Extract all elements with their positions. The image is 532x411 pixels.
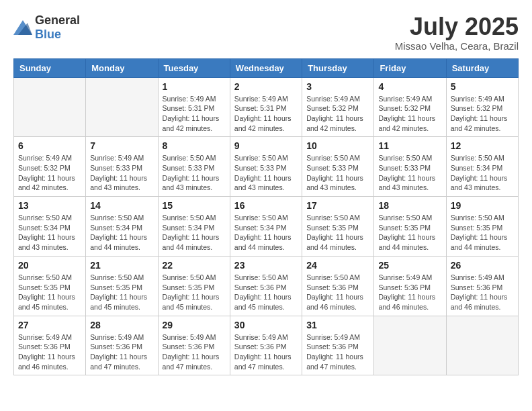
- day-detail: Sunrise: 5:50 AMSunset: 5:35 PMDaylight:…: [306, 213, 369, 253]
- day-number: 1: [163, 81, 226, 92]
- calendar-cell: 16Sunrise: 5:50 AMSunset: 5:34 PMDayligh…: [230, 197, 302, 257]
- day-number: 13: [18, 200, 81, 211]
- calendar-cell: [446, 316, 518, 375]
- weekday-header: Wednesday: [230, 58, 302, 77]
- day-number: 29: [163, 320, 226, 330]
- calendar-cell: 8Sunrise: 5:50 AMSunset: 5:33 PMDaylight…: [158, 137, 230, 197]
- day-number: 4: [378, 81, 441, 92]
- day-detail: Sunrise: 5:50 AMSunset: 5:35 PMDaylight:…: [451, 213, 514, 253]
- calendar-cell: 13Sunrise: 5:50 AMSunset: 5:34 PMDayligh…: [14, 197, 86, 257]
- day-number: 7: [90, 140, 153, 151]
- day-number: 12: [451, 140, 514, 151]
- calendar-cell: 24Sunrise: 5:50 AMSunset: 5:36 PMDayligh…: [302, 256, 374, 316]
- day-number: 28: [90, 320, 153, 330]
- day-number: 24: [306, 260, 369, 271]
- day-number: 20: [18, 260, 81, 271]
- weekday-header: Friday: [374, 58, 446, 77]
- calendar-cell: 29Sunrise: 5:49 AMSunset: 5:36 PMDayligh…: [158, 316, 230, 375]
- day-detail: Sunrise: 5:50 AMSunset: 5:33 PMDaylight:…: [234, 153, 298, 193]
- day-number: 30: [234, 320, 298, 330]
- calendar-cell: [14, 77, 86, 137]
- calendar-cell: 5Sunrise: 5:49 AMSunset: 5:32 PMDaylight…: [446, 77, 518, 137]
- weekday-header: Tuesday: [158, 58, 230, 77]
- calendar-cell: 15Sunrise: 5:50 AMSunset: 5:34 PMDayligh…: [158, 197, 230, 257]
- day-number: 3: [306, 81, 369, 92]
- logo-blue: Blue: [35, 28, 61, 41]
- calendar-week-row: 20Sunrise: 5:50 AMSunset: 5:35 PMDayligh…: [14, 256, 519, 316]
- day-number: 14: [90, 200, 153, 211]
- day-detail: Sunrise: 5:50 AMSunset: 5:35 PMDaylight:…: [163, 273, 226, 312]
- day-detail: Sunrise: 5:50 AMSunset: 5:34 PMDaylight:…: [451, 153, 514, 193]
- calendar-cell: [374, 316, 446, 375]
- day-detail: Sunrise: 5:49 AMSunset: 5:32 PMDaylight:…: [306, 94, 369, 134]
- day-detail: Sunrise: 5:49 AMSunset: 5:36 PMDaylight:…: [163, 332, 226, 372]
- weekday-header: Thursday: [302, 58, 374, 77]
- day-detail: Sunrise: 5:50 AMSunset: 5:36 PMDaylight:…: [306, 273, 369, 312]
- day-detail: Sunrise: 5:50 AMSunset: 5:35 PMDaylight:…: [378, 213, 441, 253]
- day-detail: Sunrise: 5:49 AMSunset: 5:31 PMDaylight:…: [163, 94, 226, 134]
- month-title: July 2025: [395, 13, 519, 40]
- day-detail: Sunrise: 5:50 AMSunset: 5:34 PMDaylight:…: [90, 213, 153, 253]
- day-number: 23: [234, 260, 298, 271]
- calendar-cell: 27Sunrise: 5:49 AMSunset: 5:36 PMDayligh…: [14, 316, 86, 375]
- day-number: 22: [163, 260, 226, 271]
- calendar-cell: 26Sunrise: 5:49 AMSunset: 5:36 PMDayligh…: [446, 256, 518, 316]
- calendar-cell: 14Sunrise: 5:50 AMSunset: 5:34 PMDayligh…: [86, 197, 158, 257]
- day-detail: Sunrise: 5:50 AMSunset: 5:33 PMDaylight:…: [378, 153, 441, 193]
- day-detail: Sunrise: 5:50 AMSunset: 5:33 PMDaylight:…: [163, 153, 226, 193]
- day-detail: Sunrise: 5:50 AMSunset: 5:35 PMDaylight:…: [18, 273, 81, 312]
- day-detail: Sunrise: 5:50 AMSunset: 5:34 PMDaylight:…: [163, 213, 226, 253]
- day-number: 9: [234, 140, 298, 151]
- day-number: 21: [90, 260, 153, 271]
- day-number: 26: [451, 260, 514, 271]
- logo-general: General: [35, 13, 80, 27]
- calendar-cell: 9Sunrise: 5:50 AMSunset: 5:33 PMDaylight…: [230, 137, 302, 197]
- day-detail: Sunrise: 5:49 AMSunset: 5:33 PMDaylight:…: [90, 153, 153, 193]
- day-number: 10: [306, 140, 369, 151]
- logo: General Blue: [13, 13, 80, 42]
- day-number: 27: [18, 320, 81, 330]
- day-number: 31: [306, 320, 369, 330]
- calendar-cell: 6Sunrise: 5:49 AMSunset: 5:32 PMDaylight…: [14, 137, 86, 197]
- calendar-cell: 28Sunrise: 5:49 AMSunset: 5:36 PMDayligh…: [86, 316, 158, 375]
- calendar-cell: 11Sunrise: 5:50 AMSunset: 5:33 PMDayligh…: [374, 137, 446, 197]
- day-number: 11: [378, 140, 441, 151]
- calendar-cell: 30Sunrise: 5:49 AMSunset: 5:36 PMDayligh…: [230, 316, 302, 375]
- calendar-cell: 25Sunrise: 5:49 AMSunset: 5:36 PMDayligh…: [374, 256, 446, 316]
- logo-text: General Blue: [35, 13, 80, 42]
- day-detail: Sunrise: 5:50 AMSunset: 5:34 PMDaylight:…: [18, 213, 81, 253]
- calendar-cell: 10Sunrise: 5:50 AMSunset: 5:33 PMDayligh…: [302, 137, 374, 197]
- calendar-cell: [86, 77, 158, 137]
- day-detail: Sunrise: 5:50 AMSunset: 5:36 PMDaylight:…: [234, 273, 298, 312]
- day-detail: Sunrise: 5:50 AMSunset: 5:35 PMDaylight:…: [90, 273, 153, 312]
- weekday-header: Sunday: [14, 58, 86, 77]
- calendar-week-row: 6Sunrise: 5:49 AMSunset: 5:32 PMDaylight…: [14, 137, 519, 197]
- title-block: July 2025 Missao Velha, Ceara, Brazil: [395, 13, 519, 52]
- day-detail: Sunrise: 5:49 AMSunset: 5:36 PMDaylight:…: [451, 273, 514, 312]
- calendar-cell: 17Sunrise: 5:50 AMSunset: 5:35 PMDayligh…: [302, 197, 374, 257]
- calendar-week-row: 13Sunrise: 5:50 AMSunset: 5:34 PMDayligh…: [14, 197, 519, 257]
- day-detail: Sunrise: 5:49 AMSunset: 5:36 PMDaylight:…: [306, 332, 369, 372]
- day-detail: Sunrise: 5:49 AMSunset: 5:32 PMDaylight:…: [378, 94, 441, 134]
- day-detail: Sunrise: 5:49 AMSunset: 5:31 PMDaylight:…: [234, 94, 298, 134]
- day-detail: Sunrise: 5:49 AMSunset: 5:36 PMDaylight:…: [90, 332, 153, 372]
- calendar-cell: 23Sunrise: 5:50 AMSunset: 5:36 PMDayligh…: [230, 256, 302, 316]
- day-detail: Sunrise: 5:49 AMSunset: 5:36 PMDaylight:…: [18, 332, 81, 372]
- day-number: 8: [163, 140, 226, 151]
- day-number: 25: [378, 260, 441, 271]
- day-detail: Sunrise: 5:50 AMSunset: 5:34 PMDaylight:…: [234, 213, 298, 253]
- day-number: 18: [378, 200, 441, 211]
- day-number: 19: [451, 200, 514, 211]
- calendar-cell: 31Sunrise: 5:49 AMSunset: 5:36 PMDayligh…: [302, 316, 374, 375]
- weekday-header: Saturday: [446, 58, 518, 77]
- day-number: 2: [234, 81, 298, 92]
- calendar-cell: 12Sunrise: 5:50 AMSunset: 5:34 PMDayligh…: [446, 137, 518, 197]
- calendar-cell: 3Sunrise: 5:49 AMSunset: 5:32 PMDaylight…: [302, 77, 374, 137]
- calendar-table: SundayMondayTuesdayWednesdayThursdayFrid…: [13, 58, 519, 376]
- day-detail: Sunrise: 5:49 AMSunset: 5:32 PMDaylight:…: [18, 153, 81, 193]
- calendar-cell: 20Sunrise: 5:50 AMSunset: 5:35 PMDayligh…: [14, 256, 86, 316]
- day-number: 5: [451, 81, 514, 92]
- calendar-cell: 7Sunrise: 5:49 AMSunset: 5:33 PMDaylight…: [86, 137, 158, 197]
- calendar-header-row: SundayMondayTuesdayWednesdayThursdayFrid…: [14, 58, 519, 77]
- day-detail: Sunrise: 5:49 AMSunset: 5:36 PMDaylight:…: [378, 273, 441, 312]
